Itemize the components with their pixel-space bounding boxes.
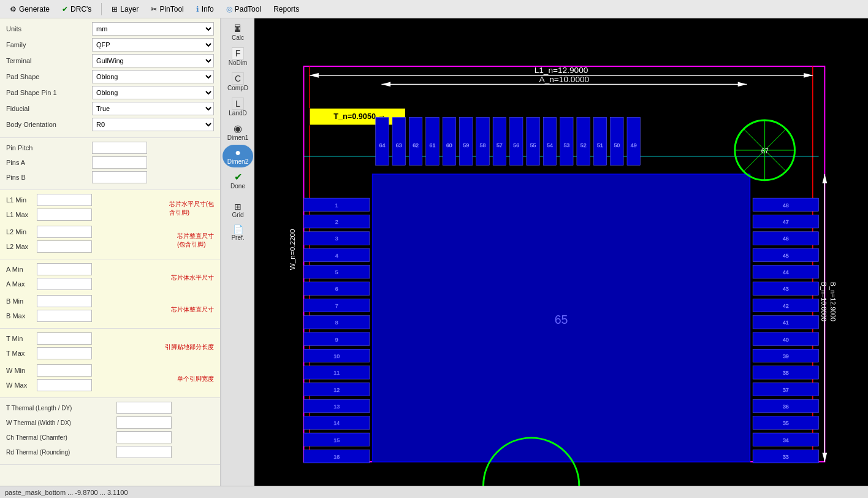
tw-dimensions-section: T Min 0.7800 T Max 1.0300 引脚贴地部分长度 W Min: [0, 329, 220, 398]
l1-max-input[interactable]: 13.1000: [37, 209, 92, 221]
t-max-row: T Max 1.0300: [6, 347, 160, 359]
units-select[interactable]: mminchmil: [92, 22, 214, 36]
dimen1-button[interactable]: ◉ Dimen1: [223, 120, 253, 144]
pin-pitch-input[interactable]: 0.5000: [92, 142, 147, 154]
w-max-input[interactable]: 0.2700: [37, 379, 92, 391]
svg-text:48: 48: [783, 202, 789, 209]
b-max-row: B Max 10.2000: [6, 310, 166, 322]
pad-shape-row: Pad Shape OblongRectRound: [6, 70, 214, 83]
done-button[interactable]: ✔ Done: [223, 169, 253, 192]
l-dimensions-section: L1 Min 12.7000 L1 Max 13.1000 芯片水平尺寸(包 含…: [0, 190, 220, 259]
svg-rect-111: [627, 117, 640, 165]
svg-text:W_n=0.2200: W_n=0.2200: [288, 229, 296, 270]
l2-annot: 芯片整直尺寸: [177, 232, 214, 240]
svg-rect-99: [527, 117, 539, 165]
canvas-area[interactable]: L1_n=12.9000 A_n=10.0000 T_n=0.9050 → W_…: [254, 18, 868, 486]
svg-text:41: 41: [783, 320, 789, 326]
svg-rect-107: [593, 117, 606, 165]
compd-button[interactable]: C CompD: [223, 70, 253, 94]
compd-icon: C: [232, 72, 244, 85]
svg-text:34: 34: [783, 437, 789, 443]
pins-b-label: Pins B: [6, 174, 92, 181]
pintool-button[interactable]: ✂ PinTool: [146, 4, 188, 15]
l1-min-input[interactable]: 12.7000: [37, 194, 92, 206]
pins-b-input[interactable]: 16: [92, 171, 147, 183]
drcs-button[interactable]: ✔ DRC's: [57, 4, 96, 15]
a-max-label: A Max: [6, 280, 37, 288]
pin-params-section: Pin Pitch 0.5000 Pins A 16 Pins B 16: [0, 138, 220, 190]
landd-button[interactable]: L LandD: [223, 95, 253, 119]
b-min-input[interactable]: 9.8000: [37, 295, 92, 307]
top-toolbar: ⚙ Generate ✔ DRC's ⊞ Layer ✂ PinTool ℹ I…: [0, 0, 868, 18]
t-max-input[interactable]: 1.0300: [37, 347, 92, 359]
w-min-row: W Min 0.1700: [6, 364, 172, 377]
w-min-input[interactable]: 0.1700: [37, 364, 92, 377]
left-panel: Units mminchmil Family QFPQFNSOIC Termin…: [0, 18, 221, 486]
svg-text:6: 6: [335, 286, 338, 292]
svg-text:52: 52: [581, 142, 587, 148]
grid-button[interactable]: ⊞ Grid: [223, 199, 253, 221]
done-icon: ✔: [234, 171, 242, 183]
svg-rect-89: [443, 117, 455, 165]
nodim-button[interactable]: F NoDim: [223, 45, 253, 69]
thermal-section: T Thermal (Length / DY) 7.0000 W Thermal…: [0, 398, 220, 465]
rd-thermal-input[interactable]: 0.0000: [116, 446, 172, 458]
svg-text:46: 46: [783, 236, 789, 242]
fiducial-row: Fiducial TrueFalse: [6, 102, 214, 115]
t-max-label: T Max: [6, 350, 37, 357]
pin-pitch-row: Pin Pitch 0.5000: [6, 142, 214, 154]
family-select[interactable]: QFPQFNSOIC: [92, 38, 214, 52]
b-min-row: B Min 9.8000: [6, 295, 166, 307]
l2-max-input[interactable]: 13.1000: [37, 240, 92, 253]
svg-rect-87: [426, 117, 439, 165]
pref-button[interactable]: 📄 Pref.: [223, 222, 253, 243]
svg-text:54: 54: [547, 142, 553, 148]
pad-shape-pin1-select[interactable]: OblongRectRound: [92, 86, 214, 99]
rd-thermal-row: Rd Thermal (Rounding) 0.0000: [6, 446, 214, 458]
ch-thermal-input[interactable]: 0.5000: [116, 431, 172, 443]
body-orientation-label: Body Orientation: [6, 121, 92, 128]
fiducial-select[interactable]: TrueFalse: [92, 102, 214, 115]
w-thermal-input[interactable]: 7.0000: [116, 416, 172, 429]
svg-text:8: 8: [335, 320, 338, 326]
svg-text:39: 39: [783, 353, 789, 359]
units-label: Units: [6, 25, 92, 33]
pad-shape-select[interactable]: OblongRectRound: [92, 70, 214, 83]
svg-rect-93: [476, 117, 489, 165]
body-orientation-select[interactable]: R0R90R180R270: [92, 118, 214, 131]
l1-max-row: L1 Max 13.1000: [6, 209, 164, 221]
svg-text:16: 16: [333, 454, 340, 460]
dimen2-button[interactable]: ● Dimen2: [223, 145, 253, 167]
generate-button[interactable]: ⚙ Generate: [5, 4, 55, 15]
w-thermal-label: W Thermal (Width / DX): [6, 419, 116, 426]
terminal-select[interactable]: GullWingFlatLead: [92, 54, 214, 67]
svg-text:36: 36: [783, 404, 789, 410]
layer-button[interactable]: ⊞ Layer: [107, 4, 143, 15]
w-max-row: W Max 0.2700: [6, 379, 172, 391]
l2-min-input[interactable]: 12.7000: [37, 226, 92, 238]
a-max-input[interactable]: 10.2000: [37, 278, 92, 290]
b-max-input[interactable]: 10.2000: [37, 310, 92, 322]
calc-button[interactable]: 🖩 Calc: [223, 21, 253, 44]
body-orientation-row: Body Orientation R0R90R180R270: [6, 118, 214, 131]
padtool-icon: ◎: [226, 5, 232, 13]
pins-a-input[interactable]: 16: [92, 156, 147, 169]
pad-shape-pin1-label: Pad Shape Pin 1: [6, 89, 92, 96]
svg-text:10: 10: [333, 353, 340, 359]
w-max-label: W Max: [6, 381, 37, 389]
svg-text:12: 12: [333, 387, 340, 393]
svg-text:1: 1: [335, 202, 338, 209]
canvas-svg: L1_n=12.9000 A_n=10.0000 T_n=0.9050 → W_…: [254, 18, 868, 486]
t-thermal-input[interactable]: 7.0000: [116, 402, 172, 414]
info-icon: ℹ: [196, 5, 199, 13]
a-min-input[interactable]: 9.8000: [37, 263, 92, 275]
main-area: Units mminchmil Family QFPQFNSOIC Termin…: [0, 18, 868, 486]
svg-text:A_n=10.0000: A_n=10.0000: [539, 75, 590, 84]
info-button[interactable]: ℹ Info: [191, 4, 219, 15]
reports-button[interactable]: Reports: [268, 4, 304, 15]
t-min-label: T Min: [6, 335, 37, 342]
w-min-label: W Min: [6, 367, 37, 374]
padtool-button[interactable]: ◎ PadTool: [221, 4, 266, 15]
status-text: paste_mask_bottom ... -9.8700 ... 3.1100: [5, 489, 128, 496]
t-min-input[interactable]: 0.7800: [37, 332, 92, 345]
